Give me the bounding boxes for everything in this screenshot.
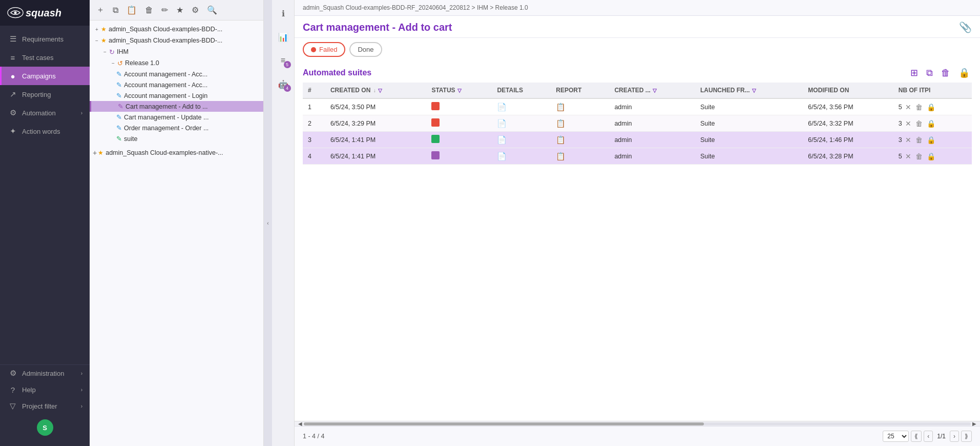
done-button[interactable]: Done (349, 42, 382, 57)
cell-details[interactable]: 📄 (492, 132, 551, 148)
sidebar-item-administration[interactable]: ⚙ Administration › (0, 365, 90, 381)
user-avatar[interactable]: S (37, 419, 53, 436)
sidebar-item-action-words[interactable]: ✦ Action words (0, 122, 90, 140)
chart-button[interactable]: 📊 (275, 29, 291, 45)
tree-node-release[interactable]: − ↺ Release 1.0 (90, 57, 263, 69)
table-row[interactable]: 3 6/5/24, 1:41 PM 📄 📋 admin Suite 6/5/24… (303, 132, 972, 148)
tree-paste-button[interactable]: 📋 (124, 4, 139, 16)
tree-node-acct1[interactable]: ✎ Account management - Acc... (90, 69, 263, 79)
lock-row-button[interactable]: 🔒 (926, 152, 936, 160)
sort-icon[interactable]: ↓ (373, 88, 376, 93)
filter-icon[interactable]: ▽ (752, 88, 756, 93)
table-row[interactable]: 1 6/5/24, 3:50 PM 📄 📋 admin Suite 6/5/24… (303, 98, 972, 115)
details-icon[interactable]: 📄 (497, 152, 507, 160)
delete-row-button[interactable]: 🗑 (914, 152, 924, 160)
sidebar-item-campaigns[interactable]: ● Campaigns (0, 67, 90, 85)
delete-row-button[interactable]: 🗑 (914, 119, 924, 128)
prev-page-button[interactable]: ‹ (924, 431, 933, 442)
cancel-row-button[interactable]: ✕ (904, 136, 912, 144)
cancel-row-button[interactable]: ✕ (904, 103, 912, 111)
col-created-by[interactable]: CREATED ... ▽ (609, 83, 695, 98)
tree-node-cart2[interactable]: ✎ Cart management - Update ... (90, 112, 263, 123)
attach-button[interactable]: 📎 (959, 21, 972, 33)
delete-button[interactable]: 🗑 (939, 67, 952, 79)
cell-details[interactable]: 📄 (492, 115, 551, 132)
tree-node-acct2[interactable]: ✎ Account management - Acc... (90, 79, 263, 90)
tree-gear-button[interactable]: ⚙ (189, 4, 201, 16)
report-icon[interactable]: 📋 (556, 135, 566, 144)
details-icon[interactable]: 📄 (497, 135, 507, 144)
first-page-button[interactable]: ⟪ (911, 431, 922, 442)
page-size-select[interactable]: 25 10 50 100 (883, 431, 909, 442)
tree-add-button[interactable]: ＋ (94, 3, 107, 17)
tree-node-cart1[interactable]: ✎ Cart management - Add to ... (90, 101, 263, 112)
tree-delete-button[interactable]: 🗑 (142, 4, 156, 16)
horizontal-scrollbar[interactable]: ◀ ▶ (295, 421, 980, 426)
delete-row-button[interactable]: 🗑 (914, 136, 924, 144)
lock-row-button[interactable]: 🔒 (926, 136, 936, 144)
cell-details[interactable]: 📄 (492, 148, 551, 165)
lock-button[interactable]: 🔒 (956, 66, 972, 79)
tree-node-acct3[interactable]: ✎ Account management - Login (90, 90, 263, 101)
report-icon[interactable]: 📋 (556, 119, 566, 128)
sidebar-item-help[interactable]: ? Help › (0, 381, 90, 398)
cell-details[interactable]: 📄 (492, 98, 551, 115)
cell-modified-on: 6/5/24, 3:32 PM (803, 115, 893, 132)
tree-node-order1[interactable]: ✎ Order management - Order ... (90, 123, 263, 133)
sidebar-item-automation[interactable]: ⚙ Automation › (0, 104, 90, 122)
tree-copy-button[interactable]: ⧉ (110, 4, 121, 16)
cell-num: 3 (303, 132, 325, 148)
cell-nb-itpi: 5 ✕ 🗑 🔒 (893, 148, 972, 165)
sidebar-item-test-cases[interactable]: ≡ Test cases (0, 48, 90, 67)
failed-button[interactable]: Failed (303, 42, 345, 57)
tree-node-ihm[interactable]: − ↻ IHM (90, 46, 263, 57)
next-page-button[interactable]: › (950, 431, 959, 442)
details-icon[interactable]: 📄 (497, 119, 507, 128)
chevron-right-icon: › (81, 403, 82, 409)
tree-node-suite[interactable]: ✎ suite (90, 133, 263, 144)
last-page-button[interactable]: ⟫ (961, 431, 972, 442)
filter-icon[interactable]: ▽ (653, 88, 657, 93)
tree-search-button[interactable]: 🔍 (204, 4, 220, 16)
cell-report[interactable]: 📋 (551, 115, 609, 132)
col-status[interactable]: STATUS ▽ (426, 83, 492, 98)
tree-node-1[interactable]: + ★ admin_Squash Cloud-examples-BDD-... (90, 24, 263, 35)
collapse-tree-button[interactable]: ‹ (264, 0, 272, 446)
details-icon[interactable]: 📄 (497, 103, 507, 111)
tree-node-2[interactable]: − ★ admin_Squash Cloud-examples-BDD-... (90, 35, 263, 46)
info-button[interactable]: ℹ (275, 5, 291, 22)
lock-row-button[interactable]: 🔒 (926, 103, 936, 111)
table-row[interactable]: 2 6/5/24, 3:29 PM 📄 📋 admin Suite 6/5/24… (303, 115, 972, 132)
plus-icon[interactable]: + (93, 149, 97, 157)
cancel-row-button[interactable]: ✕ (904, 119, 912, 128)
cell-report[interactable]: 📋 (551, 98, 609, 115)
expand-icon[interactable]: + (93, 25, 101, 33)
columns-button[interactable]: ⊞ (908, 66, 920, 79)
col-created-on[interactable]: CREATED ON ↓ ▽ (325, 83, 426, 98)
delete-row-button[interactable]: 🗑 (914, 103, 924, 111)
robot-button[interactable]: 🤖 4 (275, 76, 291, 92)
collapse-icon[interactable]: − (101, 48, 109, 56)
collapse-icon[interactable]: − (109, 59, 117, 67)
list-button[interactable]: ≡ 5 (275, 52, 291, 69)
scroll-track[interactable] (304, 422, 971, 425)
collapse-icon[interactable]: − (93, 36, 101, 45)
tree-rename-button[interactable]: ✏ (159, 4, 171, 16)
tree-node-3[interactable]: + ★ admin_Squash Cloud-examples-native-.… (90, 147, 263, 158)
cell-report[interactable]: 📋 (551, 148, 609, 165)
table-row[interactable]: 4 6/5/24, 1:41 PM 📄 📋 admin Suite 6/5/24… (303, 148, 972, 165)
sidebar-item-reporting[interactable]: ↗ Reporting (0, 85, 90, 104)
sidebar-item-project-filter[interactable]: ▽ Project filter › (0, 398, 90, 414)
filter-icon[interactable]: ▽ (378, 88, 382, 93)
cancel-row-button[interactable]: ✕ (904, 152, 912, 160)
report-icon[interactable]: 📋 (556, 152, 566, 160)
report-icon[interactable]: 📋 (556, 103, 566, 111)
tree-star-button[interactable]: ★ (174, 4, 186, 16)
lock-row-button[interactable]: 🔒 (926, 119, 936, 128)
scroll-thumb[interactable] (304, 422, 704, 425)
filter-button[interactable]: ⧉ (924, 67, 935, 79)
cell-report[interactable]: 📋 (551, 132, 609, 148)
col-launched-from[interactable]: LAUNCHED FR... ▽ (695, 83, 803, 98)
filter-icon[interactable]: ▽ (457, 88, 462, 93)
sidebar-item-requirements[interactable]: ☰ Requirements (0, 30, 90, 48)
